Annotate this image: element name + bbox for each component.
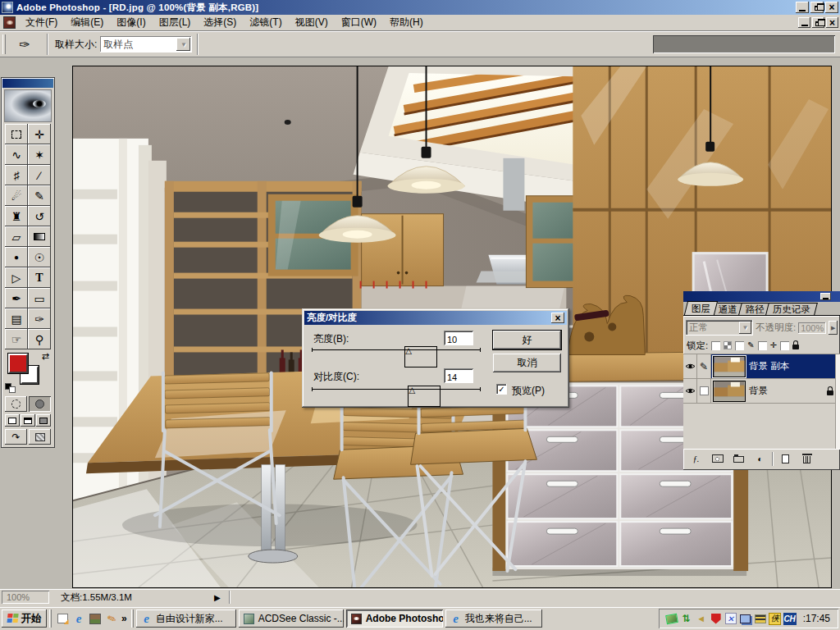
- new-layer-button[interactable]: [776, 452, 795, 466]
- title-bar[interactable]: Adobe Photoshop - [RD.jpg @ 100%(背景 副本,R…: [0, 0, 840, 15]
- dodge-tool[interactable]: ☉: [28, 247, 51, 267]
- close-button[interactable]: ×: [825, 2, 838, 13]
- menu-item-filter[interactable]: 滤镜(T): [243, 14, 288, 31]
- photoshop-app-icon[interactable]: [2, 2, 13, 13]
- status-menu-arrow-icon[interactable]: ▶: [214, 593, 221, 602]
- internet-explorer-launcher[interactable]: e: [71, 610, 87, 627]
- default-colors-icon[interactable]: [5, 383, 16, 393]
- rectangular-marquee-tool[interactable]: [5, 124, 28, 144]
- chevron-down-icon[interactable]: ▼: [176, 38, 190, 51]
- taskbar-item-photoshop[interactable]: Adobe Photosho...: [346, 609, 443, 628]
- add-layer-mask-button[interactable]: [708, 452, 727, 466]
- menu-item-image[interactable]: 图像(I): [110, 14, 152, 31]
- history-brush-tool[interactable]: ↺: [28, 206, 51, 226]
- palette-minimize-button[interactable]: [820, 293, 831, 300]
- toolbox-title-bar[interactable]: [2, 79, 53, 88]
- standard-screen-button[interactable]: [5, 414, 20, 427]
- menu-item-view[interactable]: 视图(V): [289, 14, 335, 31]
- menu-item-select[interactable]: 选择(S): [197, 14, 243, 31]
- document-icon[interactable]: [3, 16, 16, 29]
- crop-tool[interactable]: ♯: [5, 165, 28, 185]
- new-layer-set-button[interactable]: [729, 452, 748, 466]
- input-method-indicator[interactable]: CH: [783, 612, 797, 625]
- quick-launch-overflow-icon[interactable]: »: [121, 613, 127, 624]
- minimize-button[interactable]: [796, 2, 809, 13]
- swap-colors-icon[interactable]: ⇄: [42, 352, 49, 361]
- lock-position-checkbox[interactable]: [758, 341, 767, 350]
- layers-scrollbar[interactable]: [835, 354, 840, 449]
- blend-mode-dropdown[interactable]: 正常 ▼: [686, 320, 753, 336]
- zoom-level-field[interactable]: 100%: [2, 591, 49, 604]
- eraser-tool[interactable]: ▱: [5, 226, 28, 247]
- opacity-value[interactable]: 100%: [798, 322, 826, 334]
- layer-effects-button[interactable]: ƒ.: [687, 452, 705, 466]
- fullscreen-menubar-button[interactable]: [21, 414, 35, 427]
- ok-button[interactable]: 好: [493, 331, 561, 349]
- menu-item-window[interactable]: 窗口(W): [335, 14, 383, 31]
- slider-thumb[interactable]: △: [408, 386, 441, 407]
- active-brush-indicator[interactable]: ✎: [697, 354, 711, 378]
- tab-layers[interactable]: 图层: [684, 301, 718, 315]
- blur-tool[interactable]: ●: [5, 247, 28, 267]
- messenger-tray-icon[interactable]: ✕: [724, 612, 737, 625]
- link-box[interactable]: [697, 379, 711, 403]
- visibility-toggle[interactable]: [683, 354, 697, 378]
- eyedropper-tool[interactable]: ✑: [28, 308, 51, 329]
- image-app-launcher[interactable]: [87, 610, 103, 627]
- taskbar-item-browser-1[interactable]: e 自由设计新家...: [136, 609, 236, 628]
- notes-tool[interactable]: ▤: [5, 308, 28, 329]
- imageready-button[interactable]: [29, 429, 51, 445]
- cancel-button[interactable]: 取消: [493, 354, 561, 372]
- doc-close-button[interactable]: ×: [826, 17, 838, 28]
- hand-tool[interactable]: ☞: [5, 329, 28, 349]
- move-tool[interactable]: ✛: [28, 124, 51, 144]
- quick-mask-mode-button[interactable]: [29, 396, 51, 412]
- dictionary-tray-icon[interactable]: [754, 612, 767, 625]
- doc-minimize-button[interactable]: [798, 17, 810, 28]
- contrast-input[interactable]: [444, 368, 474, 384]
- contrast-slider[interactable]: △: [312, 387, 481, 397]
- zoom-tool[interactable]: ⚲: [28, 329, 51, 349]
- airbrush-tool[interactable]: ☄: [5, 185, 28, 206]
- tab-history[interactable]: 历史记录: [765, 303, 818, 315]
- lock-image-checkbox[interactable]: [735, 341, 744, 350]
- menu-item-edit[interactable]: 编辑(E): [64, 14, 110, 31]
- dialog-title-bar[interactable]: 亮度/对比度 ×: [304, 311, 567, 325]
- path-select-tool[interactable]: ▷: [5, 267, 28, 288]
- new-adjustment-layer-button[interactable]: ◐: [751, 452, 769, 466]
- start-button[interactable]: 开始: [2, 609, 47, 628]
- lock-all-checkbox[interactable]: [780, 341, 789, 350]
- dialog-close-button[interactable]: ×: [551, 313, 564, 323]
- volume-tray-icon[interactable]: ◄: [695, 612, 708, 625]
- chevron-down-icon[interactable]: ▼: [739, 322, 751, 334]
- pen-tool[interactable]: ✒: [5, 288, 28, 308]
- options-bar-handle[interactable]: [2, 34, 6, 54]
- doc-restore-button[interactable]: [812, 17, 824, 28]
- jump-to-imageready-button[interactable]: ↷: [5, 429, 27, 445]
- brightness-input[interactable]: [444, 331, 474, 346]
- taskbar-item-acdsee[interactable]: ACDSee Classic -...: [239, 609, 344, 628]
- menu-item-file[interactable]: 文件(F): [19, 14, 64, 31]
- menu-item-help[interactable]: 帮助(H): [383, 14, 430, 31]
- preview-checkbox[interactable]: ✓: [496, 384, 507, 395]
- brightness-slider[interactable]: △: [312, 348, 481, 358]
- visibility-toggle[interactable]: [683, 379, 697, 403]
- opacity-arrow-icon[interactable]: ▶: [829, 321, 838, 335]
- layer-row[interactable]: ✎ 背景 副本: [683, 354, 840, 379]
- layer-entry[interactable]: 背景: [711, 379, 840, 403]
- sample-size-dropdown[interactable]: 取样点 ▼: [100, 36, 192, 52]
- layer-entry[interactable]: 背景 副本: [711, 354, 840, 378]
- adobe-logo[interactable]: [4, 89, 52, 122]
- layer-row[interactable]: 背景: [683, 379, 840, 404]
- magic-wand-tool[interactable]: ✶: [28, 144, 51, 165]
- slider-thumb[interactable]: △: [404, 346, 437, 368]
- lock-transparency-checkbox[interactable]: [711, 341, 720, 350]
- antivirus-shield-tray-icon[interactable]: [710, 612, 723, 625]
- delete-layer-button[interactable]: [797, 452, 816, 466]
- xia-app-tray-icon[interactable]: 侠: [769, 612, 782, 625]
- paintbrush-tool[interactable]: ✎: [28, 185, 51, 206]
- standard-mode-button[interactable]: [5, 396, 27, 412]
- clone-stamp-tool[interactable]: ♜: [5, 206, 28, 226]
- paint-app-launcher[interactable]: ✎: [103, 610, 120, 627]
- palette-well[interactable]: [653, 35, 835, 53]
